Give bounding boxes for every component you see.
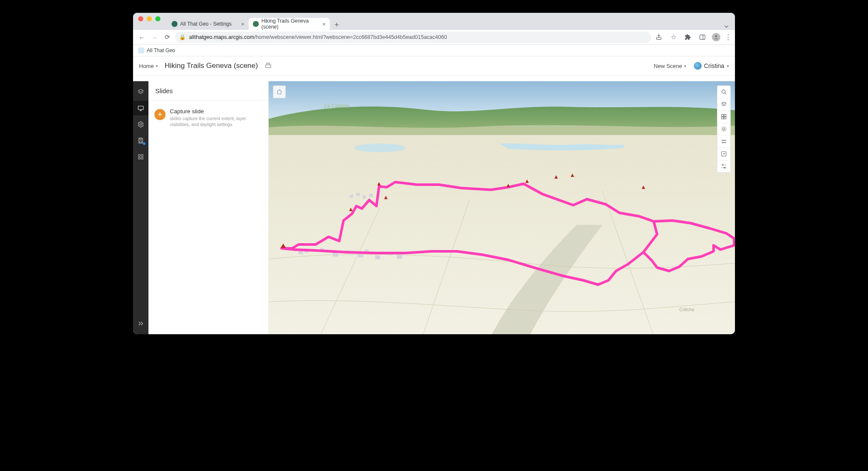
scene-tools <box>717 85 731 173</box>
window-minimize-dot[interactable] <box>147 16 152 21</box>
svg-point-67 <box>723 164 724 165</box>
tab-close-icon[interactable]: × <box>322 21 326 27</box>
browser-window: All That Geo - Settings × Hiking Trails … <box>133 13 735 334</box>
bookmark-star-icon[interactable]: ☆ <box>668 32 678 42</box>
lock-icon: 🔒 <box>179 34 186 40</box>
rail-save-icon[interactable] <box>133 133 148 148</box>
chevron-down-icon: ▾ <box>156 64 158 68</box>
tool-search-icon[interactable] <box>717 86 730 98</box>
side-panel-icon[interactable] <box>697 32 708 42</box>
browser-tab-0[interactable]: All That Geo - Settings × <box>167 18 249 30</box>
nav-back-button[interactable]: ← <box>136 32 147 42</box>
nav-forward-button[interactable]: → <box>149 32 160 42</box>
tool-layers-icon[interactable] <box>717 98 730 110</box>
tool-share-icon[interactable] <box>717 147 730 160</box>
svg-rect-10 <box>139 138 142 139</box>
address-bar[interactable]: 🔒 allthatgeo.maps.arcgis.com/home/websce… <box>175 32 651 43</box>
tool-daylight-icon[interactable] <box>717 123 730 135</box>
tool-basemap-icon[interactable] <box>717 110 730 123</box>
tab-title: All That Geo - Settings <box>180 21 232 27</box>
svg-rect-29 <box>350 195 353 197</box>
browser-tab-1[interactable]: Hiking Trails Geneva (scene) × <box>249 18 330 30</box>
scene-title: Hiking Trails Geneva (scene) <box>165 62 258 70</box>
svg-line-54 <box>722 127 722 127</box>
window-zoom-dot[interactable] <box>155 16 160 21</box>
new-scene-dropdown[interactable]: New Scene ▾ <box>654 63 686 69</box>
nav-reload-button[interactable]: ⟳ <box>162 32 172 42</box>
new-tab-button[interactable]: + <box>332 20 342 30</box>
tool-measure-icon[interactable] <box>717 135 730 147</box>
svg-line-43 <box>725 93 726 94</box>
svg-rect-13 <box>141 155 143 156</box>
user-name: Cristina <box>704 62 724 69</box>
place-label: Crêche <box>679 307 694 312</box>
url-path: /home/webscene/viewer.html?webscene=2cc6… <box>254 34 447 40</box>
tabstrip-chevron-icon[interactable] <box>718 23 735 30</box>
home-view-button[interactable] <box>273 85 286 98</box>
svg-point-3 <box>715 35 717 37</box>
overflow-menu-icon[interactable]: ⋮ <box>725 33 732 41</box>
rail-settings-icon[interactable] <box>133 117 148 132</box>
svg-rect-15 <box>141 157 143 159</box>
app-header: Home ▾ Hiking Trails Geneva (scene) New … <box>133 56 735 76</box>
unsaved-badge <box>143 142 145 145</box>
extensions-icon[interactable] <box>683 32 693 42</box>
svg-rect-17 <box>269 135 735 334</box>
rail-apps-icon[interactable] <box>133 150 148 164</box>
share-icon[interactable] <box>654 32 664 42</box>
capture-slide-text[interactable]: Capture slide slides capture the current… <box>170 108 260 127</box>
svg-marker-5 <box>138 89 143 92</box>
svg-line-56 <box>725 127 726 127</box>
url-host: allthatgeo.maps.arcgis.com <box>189 34 254 40</box>
svg-rect-45 <box>722 115 724 117</box>
favicon-icon <box>253 21 259 27</box>
svg-rect-31 <box>363 196 366 198</box>
browser-toolbar: ← → ⟳ 🔒 allthatgeo.maps.arcgis.com/home/… <box>133 30 735 45</box>
svg-point-18 <box>354 144 406 152</box>
capture-slide-button[interactable]: + <box>154 109 166 120</box>
user-avatar-icon <box>694 62 702 70</box>
rail-layers-icon[interactable] <box>133 85 148 99</box>
svg-rect-30 <box>356 193 360 196</box>
svg-rect-26 <box>376 256 380 259</box>
svg-rect-11 <box>139 141 142 143</box>
scene-view[interactable]: La Calame <box>269 81 735 334</box>
user-menu[interactable]: Cristina ▾ <box>694 62 729 70</box>
svg-point-9 <box>140 124 142 125</box>
chevron-down-icon: ▾ <box>684 64 686 68</box>
rail-collapse-icon[interactable] <box>133 316 148 331</box>
svg-line-55 <box>725 130 726 131</box>
home-label: Home <box>139 63 154 69</box>
capture-slide-sub: slides capture the current extent, layer… <box>170 115 260 127</box>
home-dropdown[interactable]: Home ▾ <box>139 63 158 69</box>
window-close-dot[interactable] <box>138 16 143 21</box>
svg-rect-46 <box>724 115 726 117</box>
bookmark-favicon-icon <box>138 47 144 53</box>
terrain-label: La Calame <box>324 103 349 109</box>
svg-point-42 <box>722 90 725 93</box>
svg-rect-4 <box>266 65 271 68</box>
svg-rect-47 <box>722 117 724 119</box>
rail-present-icon[interactable] <box>133 101 148 115</box>
bookmarks-bar: All That Geo <box>133 45 735 56</box>
svg-rect-48 <box>724 117 726 119</box>
svg-rect-24 <box>358 254 363 257</box>
capture-slide-title: Capture slide <box>170 108 260 115</box>
tab-close-icon[interactable]: × <box>241 21 244 27</box>
scene-canvas[interactable]: La Calame <box>269 81 735 334</box>
favicon-icon <box>172 21 178 27</box>
svg-rect-22 <box>333 253 338 256</box>
slides-panel: Slides + Capture slide slides capture th… <box>148 81 269 334</box>
svg-marker-44 <box>722 102 726 104</box>
profile-avatar-icon[interactable] <box>712 33 720 41</box>
tool-settings-icon[interactable] <box>717 160 730 172</box>
chevron-down-icon: ▾ <box>727 64 729 68</box>
svg-rect-28 <box>397 255 402 259</box>
svg-rect-6 <box>138 106 143 109</box>
tab-title: Hiking Trails Geneva (scene) <box>261 18 320 30</box>
bookmark-link[interactable]: All That Geo <box>147 47 175 53</box>
svg-rect-1 <box>700 35 705 40</box>
svg-rect-14 <box>139 157 140 159</box>
svg-rect-12 <box>139 155 140 156</box>
save-scene-icon[interactable] <box>265 62 272 70</box>
